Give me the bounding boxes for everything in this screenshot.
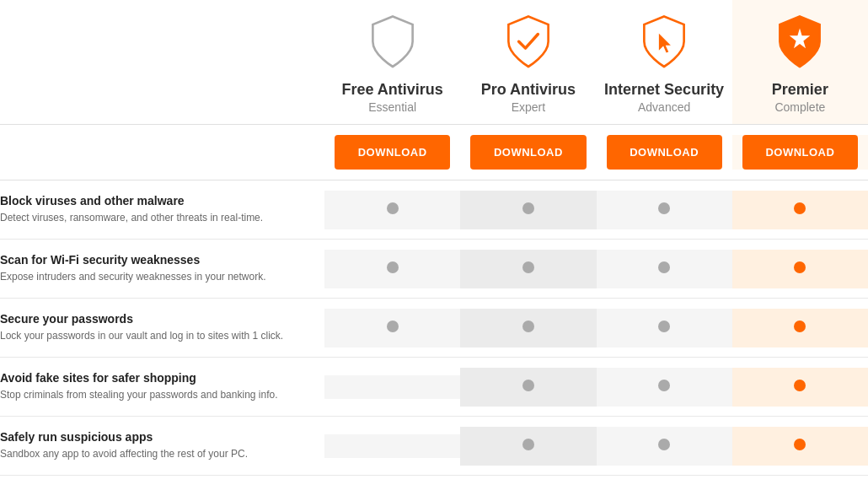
check-col-free-2 <box>324 309 460 347</box>
check-col-premier-1 <box>732 250 868 288</box>
feature-desc-3: Stop criminals from stealing your passwo… <box>0 388 311 402</box>
feature-title-1: Scan for Wi-Fi security weaknesses <box>0 253 311 267</box>
comparison-container: Free Antivirus Essential Pro Antivirus E… <box>0 0 868 476</box>
dot-pro-1 <box>522 261 534 273</box>
dot-internet-0 <box>658 202 670 214</box>
check-col-free-0 <box>324 191 460 229</box>
feature-text-4: Safely run suspicious appsSandbox any ap… <box>0 418 324 473</box>
dot-premier-1 <box>794 261 806 273</box>
feature-desc-4: Sandbox any app to avoid affecting the r… <box>0 447 311 461</box>
check-col-free-1 <box>324 250 460 288</box>
check-col-internet-3 <box>597 368 732 407</box>
check-col-pro-2 <box>460 309 596 347</box>
dot-free-1 <box>387 261 399 273</box>
download-button-internet[interactable]: DOWNLOAD <box>607 135 722 170</box>
dot-internet-3 <box>658 380 670 391</box>
dot-internet-1 <box>658 261 670 273</box>
plan-name-internet: Internet Security <box>604 81 724 99</box>
check-col-free-4 <box>324 434 460 458</box>
feature-title-4: Safely run suspicious apps <box>0 430 311 444</box>
feature-title-2: Secure your passwords <box>0 312 311 326</box>
shield-icon-free <box>363 13 422 73</box>
plan-subtitle-internet: Advanced <box>638 100 690 114</box>
download-col-internet: DOWNLOAD <box>597 135 732 170</box>
dot-internet-4 <box>658 439 670 450</box>
feature-row-0: Block viruses and other malwareDetect vi… <box>0 180 868 240</box>
plan-header-free: Free Antivirus Essential <box>324 0 460 124</box>
feature-title-0: Block viruses and other malware <box>0 194 311 207</box>
feature-desc-1: Expose intruders and security weaknesses… <box>0 270 311 284</box>
feature-text-2: Secure your passwordsLock your passwords… <box>0 300 324 355</box>
download-button-pro[interactable]: DOWNLOAD <box>470 135 586 170</box>
download-button-free[interactable]: DOWNLOAD <box>335 135 450 170</box>
check-col-internet-4 <box>597 427 732 466</box>
download-col-free: DOWNLOAD <box>324 135 460 170</box>
check-col-free-3 <box>324 375 460 399</box>
feature-text-3: Avoid fake sites for safer shoppingStop … <box>0 359 324 414</box>
check-col-internet-1 <box>597 250 732 288</box>
download-button-premier[interactable]: DOWNLOAD <box>742 135 858 170</box>
dot-pro-3 <box>522 380 534 391</box>
feature-row-4: Safely run suspicious appsSandbox any ap… <box>0 417 868 476</box>
check-col-pro-1 <box>460 250 596 288</box>
feature-text-0: Block viruses and other malwareDetect vi… <box>0 182 324 237</box>
dot-premier-4 <box>794 439 806 450</box>
feature-text-1: Scan for Wi-Fi security weaknessesExpose… <box>0 241 324 296</box>
dot-internet-2 <box>658 321 670 332</box>
check-col-internet-2 <box>597 309 732 347</box>
plan-name-free: Free Antivirus <box>341 81 442 99</box>
shield-icon-internet <box>635 13 694 73</box>
dot-free-2 <box>387 321 399 332</box>
features-container: Block viruses and other malwareDetect vi… <box>0 180 868 476</box>
header-row: Free Antivirus Essential Pro Antivirus E… <box>0 0 868 125</box>
plan-name-premier: Premier <box>772 81 828 99</box>
feature-title-3: Avoid fake sites for safer shopping <box>0 371 311 385</box>
plan-subtitle-free: Essential <box>368 100 416 114</box>
plan-header-internet: Internet Security Advanced <box>597 0 732 124</box>
dot-pro-0 <box>522 202 534 214</box>
feature-row-2: Secure your passwordsLock your passwords… <box>0 299 868 358</box>
plan-name-pro: Pro Antivirus <box>481 81 576 99</box>
check-col-premier-2 <box>732 309 868 347</box>
check-col-premier-3 <box>732 368 868 407</box>
dot-pro-4 <box>522 439 534 450</box>
feature-desc-0: Detect viruses, ransomware, and other th… <box>0 211 311 225</box>
download-col-pro: DOWNLOAD <box>460 135 596 170</box>
dot-free-0 <box>387 202 399 214</box>
shield-icon-pro <box>499 13 558 73</box>
dot-premier-2 <box>794 321 806 332</box>
plan-header-premier: Premier Complete <box>732 0 868 124</box>
shield-icon-premier <box>770 13 829 73</box>
check-col-pro-4 <box>460 427 596 466</box>
download-col-premier: DOWNLOAD <box>732 135 868 170</box>
check-col-pro-3 <box>460 368 596 407</box>
plan-subtitle-pro: Expert <box>512 100 545 114</box>
check-col-premier-4 <box>732 427 868 466</box>
check-col-premier-0 <box>732 191 868 229</box>
check-col-internet-0 <box>597 191 732 229</box>
plan-subtitle-premier: Complete <box>774 100 825 114</box>
dot-pro-2 <box>522 321 534 332</box>
dot-premier-3 <box>794 380 806 391</box>
plan-header-pro: Pro Antivirus Expert <box>460 0 596 124</box>
download-row: DOWNLOAD DOWNLOAD DOWNLOAD DOWNLOAD <box>0 125 868 180</box>
check-col-pro-0 <box>460 191 596 229</box>
feature-row-1: Scan for Wi-Fi security weaknessesExpose… <box>0 240 868 299</box>
feature-row-3: Avoid fake sites for safer shoppingStop … <box>0 358 868 417</box>
feature-desc-2: Lock your passwords in our vault and log… <box>0 329 311 343</box>
dot-premier-0 <box>794 202 806 214</box>
